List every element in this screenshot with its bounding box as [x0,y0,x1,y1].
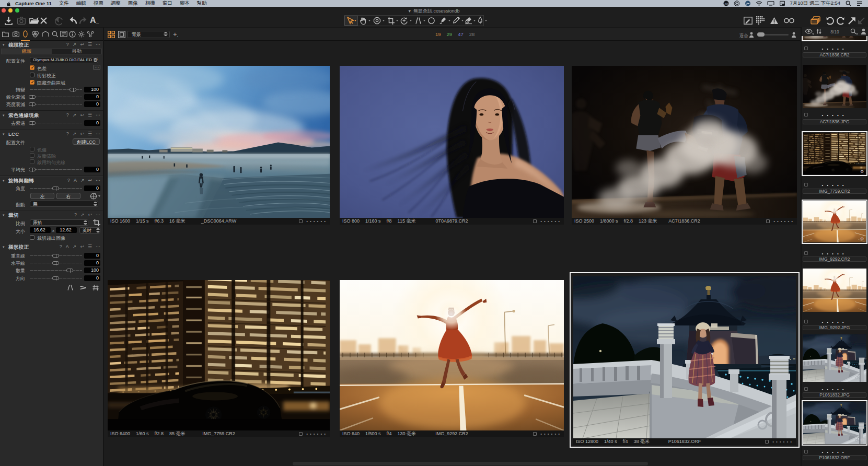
svg-text:LINE: LINE [724,3,729,5]
